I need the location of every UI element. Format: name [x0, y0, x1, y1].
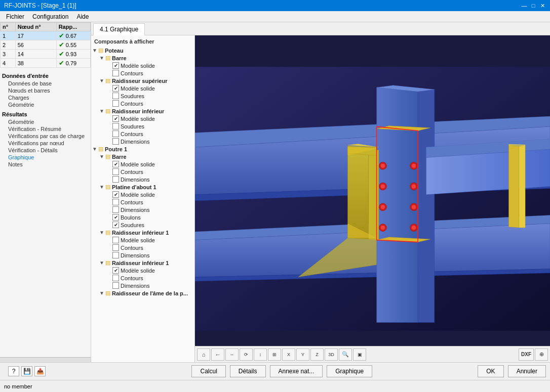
- toolbar-yview-btn[interactable]: Y: [296, 349, 309, 361]
- tree-expand-icon[interactable]: ▼: [98, 55, 105, 61]
- menu-fichier[interactable]: Fichier: [2, 12, 28, 21]
- tree-checkbox[interactable]: [112, 275, 119, 281]
- tree-node[interactable]: Soudures: [91, 92, 194, 100]
- tree-checkbox[interactable]: [112, 93, 119, 99]
- tree-node[interactable]: ▼▤Platine d'about 1: [91, 183, 194, 191]
- toolbar-xview-btn[interactable]: X: [282, 349, 295, 361]
- tree-checkbox[interactable]: [112, 100, 119, 107]
- tree-expand-icon[interactable]: ▼: [98, 184, 105, 190]
- tree-node[interactable]: ▼▤Raidisseur de l'âme de la p...: [91, 289, 194, 297]
- tree-node[interactable]: Contours: [91, 130, 194, 138]
- tree-node[interactable]: ✔Modèle solide: [91, 160, 194, 168]
- save-icon-btn[interactable]: 💾: [21, 366, 32, 376]
- tree-node[interactable]: ✔Modèle solide: [91, 84, 194, 92]
- toolbar-dxf-btn[interactable]: DXF: [519, 349, 534, 361]
- tree-node[interactable]: Dimensions: [91, 176, 194, 183]
- toolbar-zview-btn[interactable]: Z: [310, 349, 324, 361]
- nav-donnees-base[interactable]: Données de base: [2, 80, 89, 87]
- tree-node[interactable]: ✔Modèle solide: [91, 62, 194, 69]
- tree-checkbox[interactable]: [112, 206, 119, 213]
- ok-button[interactable]: OK: [478, 365, 503, 377]
- tab-graphique[interactable]: 4.1 Graphique: [93, 23, 145, 35]
- toolbar-zoom-btn[interactable]: ↕: [254, 349, 267, 361]
- nav-geometrie-result[interactable]: Géométrie: [2, 118, 89, 125]
- tree-expand-icon[interactable]: ▼: [98, 108, 105, 114]
- tree-node[interactable]: Dimensions: [91, 138, 194, 145]
- tree-checkbox[interactable]: [112, 252, 119, 258]
- menu-aide[interactable]: Aide: [72, 12, 93, 21]
- tree-expand-icon[interactable]: ▼: [91, 146, 98, 152]
- tree-checkbox[interactable]: ✔: [112, 214, 119, 221]
- tree-checkbox[interactable]: ✔: [112, 62, 119, 69]
- tree-checkbox[interactable]: [112, 199, 119, 205]
- tree-checkbox[interactable]: ✔: [112, 267, 119, 274]
- tree-node[interactable]: Soudures: [91, 122, 194, 130]
- details-button[interactable]: Détails: [230, 365, 266, 377]
- toolbar-search-btn[interactable]: 🔍: [339, 349, 352, 361]
- tree-node[interactable]: ✔Modèle solide: [91, 115, 194, 122]
- tree-node[interactable]: ▼▤Raidisseur inférieur 1: [91, 259, 194, 267]
- nav-noeuds-barres[interactable]: Nœuds et barres: [2, 87, 89, 94]
- tree-checkbox[interactable]: ✔: [112, 115, 119, 122]
- nav-graphique[interactable]: Graphique: [2, 154, 89, 161]
- table-row[interactable]: 2 56 ✔ 0.55: [1, 40, 91, 50]
- tree-checkbox[interactable]: [112, 130, 119, 137]
- tree-checkbox[interactable]: [112, 123, 119, 129]
- annexe-button[interactable]: Annexe nat...: [270, 365, 323, 377]
- minimize-button[interactable]: —: [521, 2, 528, 9]
- tree-node[interactable]: Contours: [91, 100, 194, 107]
- toolbar-export-btn[interactable]: ⊕: [535, 349, 548, 361]
- tree-node[interactable]: ▼▤Raidisseur inférieur 1: [91, 229, 194, 236]
- tree-expand-icon[interactable]: ▼: [98, 260, 105, 266]
- tree-expand-icon[interactable]: ▼: [98, 78, 105, 83]
- tree-node[interactable]: ✔Soudures: [91, 221, 194, 229]
- tree-node[interactable]: ▼▤Barre: [91, 54, 194, 62]
- tree-checkbox[interactable]: ✔: [112, 191, 119, 198]
- tree-expand-icon[interactable]: ▼: [98, 290, 105, 296]
- table-row[interactable]: 4 38 ✔ 0.79: [1, 59, 91, 68]
- tree-node[interactable]: ▼▤Raidisseur inférieur: [91, 107, 194, 115]
- tree-node[interactable]: Dimensions: [91, 282, 194, 289]
- tree-checkbox[interactable]: [112, 176, 119, 183]
- tree-expand-icon[interactable]: ▼: [91, 48, 98, 53]
- tree-node[interactable]: ▼▤Raidisseur supérieur: [91, 77, 194, 84]
- graphique-button[interactable]: Graphique: [327, 365, 372, 377]
- tree-checkbox[interactable]: [112, 70, 119, 76]
- tree-node[interactable]: Contours: [91, 198, 194, 206]
- nav-notes[interactable]: Notes: [2, 161, 89, 168]
- tree-node[interactable]: Dimensions: [91, 251, 194, 259]
- nav-verif-details[interactable]: Vérification - Détails: [2, 147, 89, 154]
- tree-checkbox[interactable]: [112, 244, 119, 251]
- tree-node[interactable]: ✔Boulons: [91, 213, 194, 221]
- table-row[interactable]: 1 17 ✔ 0.67: [1, 31, 91, 40]
- tree-node[interactable]: Contours: [91, 168, 194, 176]
- tree-checkbox[interactable]: ✔: [112, 85, 119, 92]
- tree-node[interactable]: ▼▤Poutre 1: [91, 145, 194, 153]
- close-button[interactable]: ✕: [539, 2, 546, 9]
- toolbar-home-btn[interactable]: ⌂: [197, 349, 210, 361]
- tree-node[interactable]: Dimensions: [91, 206, 194, 213]
- nav-verif-cas[interactable]: Vérifications par cas de charge: [2, 133, 89, 140]
- tree-node[interactable]: ▼▤Poteau: [91, 47, 194, 54]
- tree-node[interactable]: ✔Modèle solide: [91, 267, 194, 274]
- export-icon-btn[interactable]: 📤: [34, 366, 46, 376]
- tree-node[interactable]: ✔Modèle solide: [91, 191, 194, 198]
- tree-checkbox[interactable]: [112, 282, 119, 289]
- toolbar-fit-btn[interactable]: ⊞: [268, 349, 281, 361]
- menu-configuration[interactable]: Configuration: [28, 12, 72, 21]
- tree-checkbox[interactable]: ✔: [112, 161, 119, 167]
- nav-charges[interactable]: Charges: [2, 94, 89, 101]
- left-hscroll[interactable]: [0, 357, 91, 362]
- tree-checkbox[interactable]: ✔: [112, 222, 119, 228]
- viewport[interactable]: ⌂ ← ↔ ⟳ ↕ ⊞ X Y Z 3D 🔍 ▣ DXF: [195, 35, 550, 362]
- nav-geometrie-input[interactable]: Géométrie: [2, 101, 89, 108]
- toolbar-select-btn[interactable]: ▣: [353, 349, 366, 361]
- help-icon-btn[interactable]: ?: [8, 366, 19, 376]
- tree-node[interactable]: Contours: [91, 274, 194, 282]
- tree-node[interactable]: Contours: [91, 244, 194, 251]
- tree-checkbox[interactable]: [112, 237, 119, 243]
- tree-expand-icon[interactable]: ▼: [98, 154, 105, 159]
- toolbar-rotate-btn[interactable]: ⟳: [240, 349, 253, 361]
- tree-expand-icon[interactable]: ▼: [98, 230, 105, 235]
- tree-node[interactable]: Modèle solide: [91, 236, 194, 244]
